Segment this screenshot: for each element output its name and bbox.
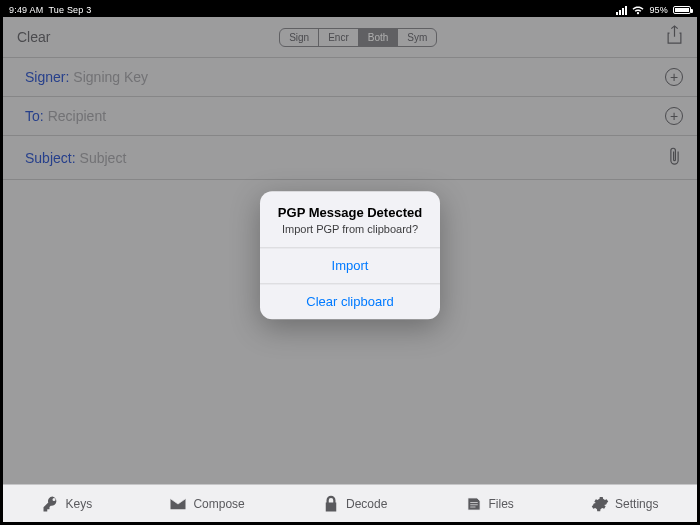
- tab-decode[interactable]: Decode: [322, 495, 387, 513]
- key-icon: [42, 495, 60, 513]
- add-signer-icon[interactable]: +: [665, 68, 683, 86]
- tab-compose[interactable]: Compose: [169, 495, 244, 513]
- battery-percent: 95%: [649, 5, 668, 15]
- tab-files[interactable]: Files: [465, 495, 514, 513]
- alert-subtitle: Import PGP from clipboard?: [270, 223, 430, 235]
- subject-placeholder: Subject: [80, 150, 127, 166]
- add-recipient-icon[interactable]: +: [665, 107, 683, 125]
- tab-keys[interactable]: Keys: [42, 495, 93, 513]
- to-row[interactable]: To: Recipient +: [3, 97, 697, 136]
- share-button[interactable]: [666, 25, 683, 49]
- device-frame: 9:49 AM Tue Sep 3 95% Clear Sign Encr Bo…: [3, 3, 697, 522]
- clear-clipboard-button[interactable]: Clear clipboard: [260, 283, 440, 319]
- to-label: To:: [25, 108, 44, 124]
- subject-row[interactable]: Subject: Subject: [3, 136, 697, 180]
- pgp-alert: PGP Message Detected Import PGP from cli…: [260, 191, 440, 319]
- segment-sign[interactable]: Sign: [280, 29, 319, 46]
- tab-files-label: Files: [489, 497, 514, 511]
- signer-row[interactable]: Signer: Signing Key +: [3, 57, 697, 97]
- alert-title: PGP Message Detected: [270, 205, 430, 220]
- tab-keys-label: Keys: [66, 497, 93, 511]
- status-date: Tue Sep 3: [48, 5, 91, 15]
- tab-settings-label: Settings: [615, 497, 658, 511]
- paperclip-icon: [666, 146, 683, 166]
- signer-label: Signer:: [25, 69, 69, 85]
- import-button[interactable]: Import: [260, 247, 440, 283]
- mode-segmented-control[interactable]: Sign Encr Both Sym: [279, 28, 437, 47]
- segment-sym[interactable]: Sym: [398, 29, 436, 46]
- tab-settings[interactable]: Settings: [591, 495, 658, 513]
- tab-bar: Keys Compose Decode Files Settings: [3, 484, 697, 522]
- status-bar: 9:49 AM Tue Sep 3 95%: [3, 3, 697, 17]
- battery-icon: [673, 6, 691, 14]
- attachment-button[interactable]: [666, 146, 683, 169]
- files-icon: [465, 495, 483, 513]
- signer-placeholder: Signing Key: [73, 69, 148, 85]
- to-placeholder: Recipient: [48, 108, 106, 124]
- segment-both[interactable]: Both: [359, 29, 399, 46]
- status-time: 9:49 AM: [9, 5, 43, 15]
- clear-button[interactable]: Clear: [17, 29, 50, 45]
- cellular-icon: [616, 6, 627, 15]
- tab-compose-label: Compose: [193, 497, 244, 511]
- share-icon: [666, 25, 683, 45]
- wifi-icon: [632, 6, 644, 15]
- compose-icon: [169, 495, 187, 513]
- subject-label: Subject:: [25, 150, 76, 166]
- gear-icon: [591, 495, 609, 513]
- segment-encr[interactable]: Encr: [319, 29, 359, 46]
- lock-icon: [322, 495, 340, 513]
- tab-decode-label: Decode: [346, 497, 387, 511]
- toolbar: Clear Sign Encr Both Sym: [3, 17, 697, 57]
